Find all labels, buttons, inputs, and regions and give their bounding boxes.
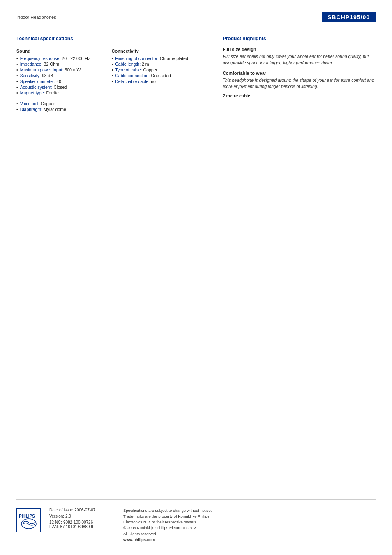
spec-value: 98 dB xyxy=(42,73,53,78)
technical-specifications-column: Technical specifications Sound Frequency… xyxy=(16,36,214,499)
spec-label: Finishing of connector: xyxy=(115,56,159,61)
tech-spec-title: Technical specifications xyxy=(16,36,206,43)
legal-text: Specifications are subject to change wit… xyxy=(123,508,212,542)
spec-value: Mylar dome xyxy=(44,107,66,112)
sound-spec-item: Impedance:32 Ohm xyxy=(16,62,104,67)
connectivity-spec-item: Cable length:2 m xyxy=(112,62,206,67)
header: Indoor Headphones SBCHP195/00 xyxy=(16,12,376,22)
spec-label: Impedance: xyxy=(20,62,43,67)
spec-label: Cable length: xyxy=(115,62,141,67)
spec-value: Ferrite xyxy=(46,90,58,95)
spec-value: Chrome plated xyxy=(160,56,188,61)
spec-label: Cable connection: xyxy=(115,73,150,78)
sound-extra-list: Voice coil:CopperDiaphragm:Mylar dome xyxy=(16,101,104,112)
tech-spec-inner: Sound Frequency response:20 - 22 000 HzI… xyxy=(16,47,206,117)
sound-spec-item: Acoustic system:Closed xyxy=(16,85,104,90)
sound-spec-item: Speaker diameter:40 xyxy=(16,79,104,84)
website-link: www.philips.com xyxy=(123,537,155,542)
spec-label: Maximum power input: xyxy=(20,67,64,72)
spec-label: Diaphragm: xyxy=(20,107,42,112)
spec-value: 40 xyxy=(56,79,61,84)
version: Version: 2.0 xyxy=(49,514,115,518)
header-divider xyxy=(16,30,376,30)
sound-spec-item: Maximum power input:500 mW xyxy=(16,67,104,72)
highlight-description: Full size ear shells not only cover your… xyxy=(223,53,376,67)
highlight-title: Full size design xyxy=(223,47,376,52)
highlights-title: Product highlights xyxy=(223,36,376,43)
connectivity-heading: Connectivity xyxy=(112,48,206,53)
date-of-issue: Date of issue 2006-07-07 xyxy=(49,508,115,512)
product-category: Indoor Headphones xyxy=(16,15,56,20)
spec-value: One-sided xyxy=(151,73,171,78)
philips-logo: PHILIPS xyxy=(16,508,41,532)
main-content: Technical specifications Sound Frequency… xyxy=(16,36,376,499)
connectivity-section: Connectivity Finishing of connector:Chro… xyxy=(112,47,206,117)
nc-ean: 12 NC: 9082 100 00726EAN: 87 10101 69880… xyxy=(49,520,115,529)
sound-extra-item: Voice coil:Copper xyxy=(16,101,104,106)
spec-label: Type of cable: xyxy=(115,67,142,72)
spec-value: Copper xyxy=(41,101,55,106)
highlights-list: Full size designFull size ear shells not… xyxy=(223,47,376,90)
svg-text:PHILIPS: PHILIPS xyxy=(19,514,35,518)
connectivity-spec-item: Cable connection:One-sided xyxy=(112,73,206,78)
connectivity-spec-list: Finishing of connector:Chrome platedCabl… xyxy=(112,56,206,84)
spec-label: Acoustic system: xyxy=(20,85,53,90)
philips-logo-svg: PHILIPS xyxy=(18,509,39,531)
footer-legal: Specifications are subject to change wit… xyxy=(123,508,376,543)
connectivity-spec-item: Finishing of connector:Chrome plated xyxy=(112,56,206,61)
sound-spec-item: Sensitivity:98 dB xyxy=(16,73,104,78)
highlight-title: Comfortable to wear xyxy=(223,71,376,76)
highlight-description: This headphone is designed around the sh… xyxy=(223,77,376,90)
spec-label: Magnet type: xyxy=(20,90,45,95)
spec-value: Closed xyxy=(53,85,67,90)
spec-value: 32 Ohm xyxy=(44,62,59,67)
connectivity-spec-item: Type of cable:Copper xyxy=(112,67,206,72)
spec-label: Sensitivity: xyxy=(20,73,41,78)
spec-label: Voice coil: xyxy=(20,101,39,106)
footer-meta: Date of issue 2006-07-07 Version: 2.0 12… xyxy=(49,508,115,531)
spec-value: no xyxy=(151,79,156,84)
spec-label: Detachable cable: xyxy=(115,79,150,84)
sound-section: Sound Frequency response:20 - 22 000 HzI… xyxy=(16,47,104,117)
spec-value: 500 mW xyxy=(65,67,81,72)
spec-label: Frequency response: xyxy=(20,56,61,61)
page: Indoor Headphones SBCHP195/00 Technical … xyxy=(0,0,392,555)
spec-label: Speaker diameter: xyxy=(20,79,55,84)
sound-spec-item: Magnet type:Ferrite xyxy=(16,90,104,95)
spec-value: 2 m xyxy=(142,62,149,67)
sound-spec-list: Frequency response:20 - 22 000 HzImpedan… xyxy=(16,56,104,95)
connectivity-spec-item: Detachable cable:no xyxy=(112,79,206,84)
sound-heading: Sound xyxy=(16,48,104,53)
sound-spec-item: Frequency response:20 - 22 000 Hz xyxy=(16,56,104,61)
footer: PHILIPS Date of issue 2006-07-07 Version… xyxy=(16,499,376,543)
product-highlights-column: Product highlights Full size designFull … xyxy=(214,36,376,499)
spec-value: Copper xyxy=(143,67,157,72)
extra-note: 2 metre cable xyxy=(223,93,376,98)
model-badge: SBCHP195/00 xyxy=(322,12,376,22)
sound-extra-item: Diaphragm:Mylar dome xyxy=(16,107,104,112)
spec-value: 20 - 22 000 Hz xyxy=(62,56,90,61)
